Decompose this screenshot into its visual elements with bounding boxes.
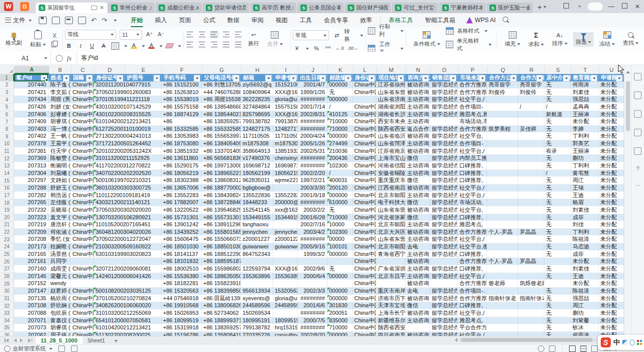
cell-M9[interactable]: 山东省临沂: [376, 133, 406, 140]
cell-R26[interactable]: 罗晶晶: [518, 258, 544, 266]
cell-J34[interactable]: 2000/7/5: [298, 317, 328, 325]
cell-J11[interactable]: 2002/5/31: [298, 148, 328, 155]
cell-T23[interactable]: 陈祖清: [571, 236, 599, 243]
cell-J24[interactable]: 2005/9/16: [298, 243, 328, 251]
cell-N23[interactable]: 主动咨询: [406, 236, 430, 243]
cell-H12[interactable]: v17490376: [241, 155, 273, 162]
cell-B33[interactable]: 包欣辰 (女: [49, 310, 71, 317]
cell-B28[interactable]: 梁馨元 (女: [49, 273, 71, 281]
page-break-icon[interactable]: [591, 345, 598, 352]
cell-B11[interactable]: 任天宇 (女: [49, 148, 71, 155]
row-header-17[interactable]: 17: [0, 192, 14, 200]
row-header-21[interactable]: 21: [0, 221, 14, 229]
cell-M34[interactable]: 新疆维吾尔: [376, 317, 406, 325]
cell-M31[interactable]: 济南市历下: [376, 295, 406, 303]
cell-U31[interactable]: 未分配: [599, 295, 624, 303]
cell-L2[interactable]: China中国: [353, 81, 376, 89]
cell-K17[interactable]: 000000: [328, 192, 353, 200]
close-button[interactable]: ✕: [631, 3, 644, 10]
cell-Q29[interactable]: 曾老师: [487, 280, 518, 288]
cell-A5[interactable]: 207426: [14, 104, 49, 111]
cell-T27[interactable]: 刘素佳: [571, 266, 599, 273]
cell-N10[interactable]: 主动咨询: [406, 140, 430, 148]
cell-P16[interactable]: 社交平台,/: [458, 185, 487, 192]
cell-H13[interactable]: 169698712: [241, 162, 273, 170]
cell-M16[interactable]: 江西省南昌: [376, 185, 406, 192]
currency-icon[interactable]: ¥: [293, 45, 301, 51]
cell-R3[interactable]: 刘俊伶: [518, 89, 544, 97]
cell-L22[interactable]: China中国: [353, 229, 376, 236]
cell-G26[interactable]: +86 18859518772: [202, 258, 241, 266]
cell-H9[interactable]: 117110505: [241, 133, 273, 140]
row-header-22[interactable]: 22: [0, 229, 14, 236]
cell-T21[interactable]: 刘佳: [571, 221, 599, 229]
filter-dropdown-icon[interactable]: [616, 75, 622, 81]
cell-N36[interactable]: 被动咨询: [406, 332, 430, 336]
cell-F5[interactable]: +86 15575158: [162, 104, 202, 111]
cell-J17[interactable]: 2001/9/18: [298, 192, 328, 200]
cell-D21[interactable]: 110105200207165451: [94, 221, 162, 229]
cell-B14[interactable]: 刘晨曦 (女: [49, 170, 71, 178]
row-header-8[interactable]: 8: [0, 126, 14, 133]
cell-U23[interactable]: 未分配: [599, 236, 624, 243]
cell-P4[interactable]: 社交平台,/: [458, 96, 487, 104]
cell-P27[interactable]: 口碑推荐,: [458, 266, 487, 273]
cell-S5[interactable]: /: [544, 104, 571, 111]
column-header-S[interactable]: S: [545, 66, 572, 74]
cell-R21[interactable]: [518, 221, 544, 229]
cell-J9[interactable]: 2000/4/24: [298, 133, 328, 140]
font-color-icon[interactable]: A: [148, 43, 154, 49]
cell-N26[interactable]: 被动咨询: [406, 258, 430, 266]
minimize-button[interactable]: —: [605, 3, 618, 10]
filter-dropdown-icon[interactable]: [319, 75, 326, 81]
cell-T30[interactable]: 陈祖清: [571, 288, 599, 295]
cell-M27[interactable]: 广东省深圳: [376, 266, 406, 273]
row-header-7[interactable]: 7: [0, 118, 14, 126]
decrease-font-icon[interactable]: A⁻: [157, 31, 165, 38]
cell-G36[interactable]: +86 13580841990: [202, 332, 241, 336]
cell-M14[interactable]: 安徽省铜陵: [376, 170, 406, 178]
sheet-tab-1[interactable]: Sheet1: [83, 336, 110, 344]
cell-H8[interactable]: 124827175: [241, 126, 273, 133]
cell-J7[interactable]: ########: [298, 118, 328, 126]
cell-H21[interactable]: tanghaoxu: [241, 221, 273, 229]
cell-O26[interactable]: [430, 258, 458, 266]
cell-O12[interactable]: 留学总经办: [430, 155, 458, 162]
cell-K3[interactable]: 无: [328, 89, 353, 97]
cut-icon[interactable]: [51, 33, 57, 39]
wps-ai-label[interactable]: WPS AI: [475, 17, 496, 24]
ime-toolbox-icon[interactable]: [637, 340, 642, 345]
cell-S17[interactable]: 无: [544, 192, 571, 200]
cell-C28[interactable]: China中国: [71, 273, 94, 281]
filter-dropdown-icon[interactable]: [194, 75, 200, 81]
cell-S28[interactable]: 无: [544, 273, 571, 281]
cell-D33[interactable]: 310103200212255069: [94, 310, 162, 317]
cell-F19[interactable]: +86 13220522: [162, 207, 202, 214]
cell-D30[interactable]: 500108200203035125: [94, 288, 162, 295]
menu-item-2[interactable]: 页面: [173, 13, 197, 27]
cell-P23[interactable]: 社交平台,/: [458, 236, 487, 243]
print-icon[interactable]: [65, 17, 73, 24]
more-icon[interactable]: ···: [635, 183, 640, 188]
cell-P22[interactable]: 合作方推荐: [458, 229, 487, 236]
cell-J26[interactable]: [298, 258, 328, 266]
cell-M12[interactable]: 上海市宝山: [376, 155, 406, 162]
cell-S33[interactable]: 无: [544, 310, 571, 317]
file-menu[interactable]: 文件: [5, 16, 32, 25]
cell-A7[interactable]: 207409: [14, 118, 49, 126]
bookmark-icon[interactable]: [634, 73, 641, 80]
cell-L10[interactable]: China中国: [353, 140, 376, 148]
row-header-10[interactable]: 10: [0, 140, 14, 148]
cell-F30[interactable]: +86 15320563: [162, 288, 202, 295]
cell-L7[interactable]: China中国: [353, 118, 376, 126]
cell-D36[interactable]: 511302200208200025: [94, 332, 162, 336]
cell-O2[interactable]: 留学总经办: [430, 81, 458, 89]
cell-I31[interactable]: gloria@uk: [273, 295, 298, 303]
cell-U2[interactable]: 未分配: [599, 81, 624, 89]
cell-J6[interactable]: 2002/8/31: [298, 111, 328, 119]
cell-N21[interactable]: 主动咨询: [406, 221, 430, 229]
menu-item-5[interactable]: 审阅: [246, 13, 270, 27]
cell-L25[interactable]: China中国: [353, 251, 376, 258]
cell-R35[interactable]: [518, 324, 544, 332]
cell-K14[interactable]: /: [328, 170, 353, 178]
